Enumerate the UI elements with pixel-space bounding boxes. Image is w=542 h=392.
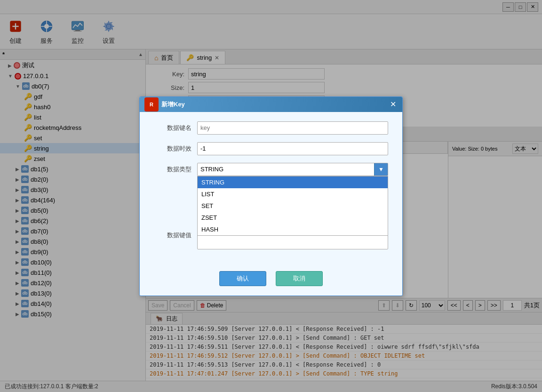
dropdown-option-zset[interactable]: ZSET xyxy=(198,212,388,224)
modal-cancel-button[interactable]: 取消 xyxy=(276,271,323,286)
modal-type-row: 数据类型 STRING ▼ STRING LIST S xyxy=(154,163,388,176)
modal-footer: 确认 取消 xyxy=(140,266,402,296)
modal-type-select-display[interactable]: STRING ▼ xyxy=(197,163,388,176)
modal-redis-icon: R xyxy=(144,97,159,112)
dropdown-option-hash[interactable]: HASH xyxy=(198,224,388,235)
new-key-modal: R 新增Key ✕ 数据键名 数据时效 xyxy=(139,96,403,296)
modal-value-label: 数据键值 xyxy=(154,231,191,240)
dropdown-option-string[interactable]: STRING xyxy=(198,176,388,188)
modal-title: R 新增Key xyxy=(144,97,185,112)
dropdown-option-list[interactable]: LIST xyxy=(198,188,388,200)
modal-body: 数据键名 数据时效 数据类型 ST xyxy=(140,112,402,266)
modal-keyname-row: 数据键名 xyxy=(154,121,388,135)
modal-keyname-input[interactable] xyxy=(197,121,388,135)
modal-confirm-button[interactable]: 确认 xyxy=(219,271,266,286)
type-dropdown-list: STRING LIST SET ZSET HASH xyxy=(197,176,388,236)
modal-ttl-label: 数据时效 xyxy=(154,144,191,153)
modal-close-button[interactable]: ✕ xyxy=(388,100,398,109)
modal-ttl-input[interactable] xyxy=(197,142,388,155)
modal-title-bar: R 新增Key ✕ xyxy=(140,97,402,112)
modal-ttl-row: 数据时效 xyxy=(154,142,388,155)
dropdown-option-set[interactable]: SET xyxy=(198,200,388,212)
modal-type-label: 数据类型 xyxy=(154,165,191,174)
modal-overlay: 小牛知识库 XIAO NIU ZHI SHI KU R 新增Key ✕ 数据键名 xyxy=(0,0,542,392)
modal-keyname-label: 数据键名 xyxy=(154,124,191,132)
dropdown-trigger[interactable]: ▼ xyxy=(374,163,388,176)
